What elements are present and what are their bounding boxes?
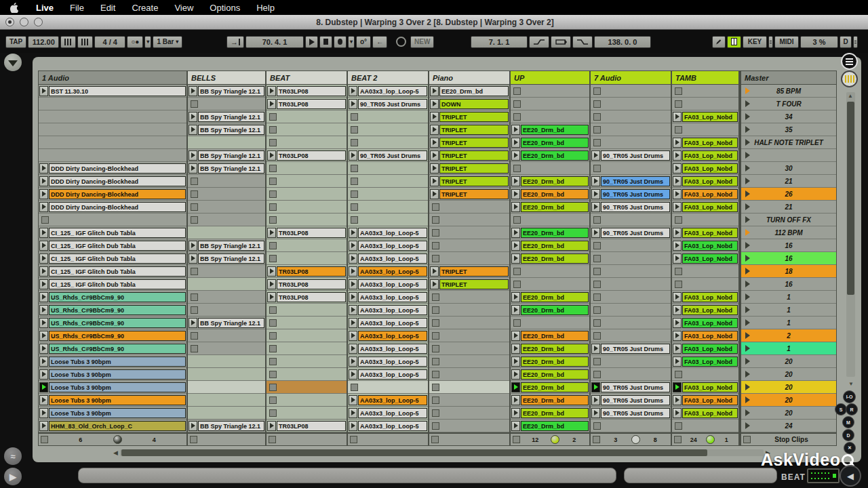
- scene-slot[interactable]: 30: [741, 162, 836, 175]
- clip-slot[interactable]: 90_TR05 Just Drums: [348, 98, 428, 110]
- clip-play-button[interactable]: [511, 241, 520, 251]
- empty-clip-slot[interactable]: [591, 317, 671, 329]
- clip-play-button[interactable]: [39, 331, 48, 341]
- clip-play-button[interactable]: [39, 421, 48, 431]
- session-record-ring-icon[interactable]: [396, 37, 406, 47]
- arrangement-position-display[interactable]: 70. 4. 1: [245, 36, 304, 48]
- empty-clip-slot[interactable]: [267, 329, 347, 342]
- scene-play-triangle-icon[interactable]: [745, 190, 750, 197]
- scene-play-triangle-icon[interactable]: [745, 268, 750, 274]
- clip-slot[interactable]: TR03LP08: [267, 85, 347, 98]
- clip-slot[interactable]: Loose Tubs 3 90bpm: [39, 381, 186, 394]
- clip-playing-button[interactable]: [673, 382, 682, 392]
- clip-slot[interactable]: AA03x3_lop_Loop-5: [348, 85, 428, 98]
- clip-stop-button[interactable]: [593, 87, 601, 95]
- clip-play-button[interactable]: [349, 86, 357, 96]
- scene-slot[interactable]: 35: [741, 123, 836, 136]
- empty-clip-slot[interactable]: [511, 110, 589, 123]
- clip-play-button[interactable]: [673, 253, 682, 264]
- clip-play-button[interactable]: [591, 395, 600, 405]
- clip-play-button[interactable]: [591, 228, 600, 238]
- clip-play-button[interactable]: [189, 318, 197, 328]
- empty-clip-slot[interactable]: [188, 291, 265, 304]
- track-stop-button[interactable]: [593, 436, 600, 443]
- clip-play-button[interactable]: [511, 150, 520, 161]
- scene-slot[interactable]: 18: [741, 265, 836, 278]
- clip-slot[interactable]: TRIPLET: [429, 110, 509, 123]
- stop-button[interactable]: [319, 36, 332, 48]
- clip-slot[interactable]: EE20_Drm_bd: [511, 381, 589, 394]
- clip-stop-button[interactable]: [191, 306, 198, 314]
- clip-slot[interactable]: TRIPLET: [429, 265, 509, 278]
- track-header[interactable]: BELLS: [188, 71, 265, 85]
- clip-play-button[interactable]: [349, 279, 357, 289]
- empty-clip-slot[interactable]: [267, 123, 347, 136]
- clip-play-button[interactable]: [39, 395, 48, 405]
- clip-slot[interactable]: EE20_Drm_bd: [511, 291, 589, 304]
- clip-play-button[interactable]: [511, 125, 520, 135]
- clip-play-button[interactable]: [39, 86, 48, 96]
- clip-slot[interactable]: BB Spy Triangle 12.1: [188, 110, 265, 123]
- clip-slot[interactable]: FA03_Lop_Nobd: [672, 329, 738, 342]
- empty-clip-slot[interactable]: [591, 329, 671, 342]
- clip-play-button[interactable]: [511, 253, 520, 264]
- empty-clip-slot[interactable]: [429, 342, 509, 355]
- clip-slot[interactable]: EE20_Drm_bd: [511, 239, 589, 252]
- clip-slot[interactable]: US_Rhds_C#9BbCm9_90: [39, 329, 186, 342]
- collapse-arrow-button[interactable]: [4, 54, 22, 71]
- clip-play-button[interactable]: [673, 331, 682, 341]
- clip-play-button[interactable]: [39, 241, 48, 251]
- clip-stop-button[interactable]: [269, 165, 277, 172]
- clip-play-button[interactable]: [591, 176, 600, 186]
- empty-clip-slot[interactable]: [429, 381, 509, 394]
- clip-stop-button[interactable]: [593, 242, 601, 249]
- scene-play-triangle-icon[interactable]: [745, 345, 750, 352]
- clip-stop-button[interactable]: [432, 319, 439, 327]
- clip-slot[interactable]: DDD Dirty Dancing-Blockhead: [39, 162, 186, 175]
- clip-stop-button[interactable]: [593, 371, 601, 378]
- empty-clip-slot[interactable]: [267, 252, 347, 265]
- clip-play-button[interactable]: [267, 266, 276, 277]
- vertical-scroll-thumb[interactable]: [847, 102, 854, 295]
- clip-play-button[interactable]: [39, 176, 48, 186]
- clip-slot[interactable]: TR03LP08: [267, 278, 347, 291]
- clip-play-button[interactable]: [673, 292, 682, 302]
- clip-slot[interactable]: TR03LP08: [267, 149, 347, 162]
- video-back-button[interactable]: ◀: [840, 465, 861, 487]
- clip-play-button[interactable]: [511, 421, 520, 431]
- clip-stop-button[interactable]: [513, 319, 521, 327]
- clip-stop-button[interactable]: [432, 293, 439, 301]
- scene-play-triangle-icon[interactable]: [745, 371, 750, 378]
- clip-stop-button[interactable]: [351, 113, 358, 121]
- empty-clip-slot[interactable]: [672, 214, 738, 226]
- clip-slot[interactable]: CI_125_ IGF Glitch Dub Tabla: [39, 265, 186, 278]
- follow-button[interactable]: →: [226, 36, 244, 48]
- empty-clip-slot[interactable]: [188, 214, 265, 226]
- clip-slot[interactable]: BB Spy Triangle 12.1: [188, 149, 265, 162]
- clip-play-button[interactable]: [430, 138, 439, 148]
- clip-stop-button[interactable]: [269, 178, 277, 185]
- clip-stop-button[interactable]: [351, 216, 358, 224]
- clip-play-button[interactable]: [189, 163, 197, 174]
- clip-play-button[interactable]: [349, 344, 357, 354]
- scene-play-triangle-icon[interactable]: [745, 422, 750, 429]
- empty-clip-slot[interactable]: [511, 278, 589, 291]
- clip-play-button[interactable]: [511, 344, 520, 354]
- clip-stop-button[interactable]: [191, 216, 198, 224]
- empty-clip-slot[interactable]: [188, 226, 265, 239]
- empty-clip-slot[interactable]: [188, 304, 265, 317]
- empty-clip-slot[interactable]: [591, 304, 671, 317]
- scene-play-triangle-icon[interactable]: [745, 358, 750, 365]
- scene-play-triangle-icon[interactable]: [745, 319, 750, 326]
- clip-play-button[interactable]: [673, 357, 682, 367]
- window-close-button[interactable]: [5, 18, 14, 26]
- scene-slot[interactable]: 16: [741, 278, 836, 291]
- empty-clip-slot[interactable]: [511, 98, 589, 110]
- empty-clip-slot[interactable]: [511, 265, 589, 278]
- clip-slot[interactable]: TRIPLET: [429, 136, 509, 149]
- disk-overload-button[interactable]: D: [840, 36, 852, 48]
- clip-stop-button[interactable]: [593, 281, 601, 288]
- clip-stop-button[interactable]: [593, 319, 601, 327]
- clip-stop-button[interactable]: [191, 332, 198, 340]
- scene-play-triangle-icon[interactable]: [745, 229, 750, 236]
